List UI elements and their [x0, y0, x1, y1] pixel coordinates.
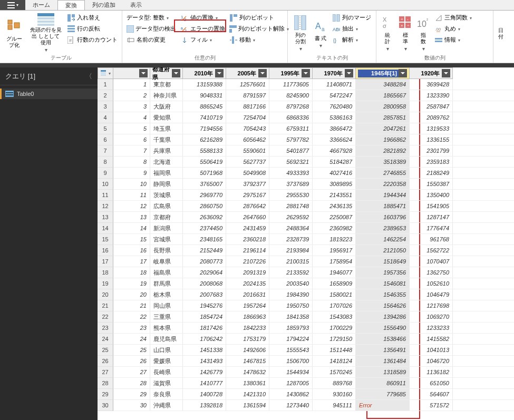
- move-button[interactable]: 移動▾: [228, 35, 286, 45]
- table-cell[interactable]: 28: [113, 378, 150, 388]
- table-row[interactable]: 25山口県14513381492606155554315114481356491…: [113, 345, 514, 356]
- table-cell[interactable]: 1287147: [410, 212, 453, 222]
- table-cell[interactable]: 1336155: [410, 134, 453, 145]
- row-number[interactable]: 9: [98, 168, 113, 179]
- column-filter-button[interactable]: [302, 69, 310, 77]
- table-cell[interactable]: 5049908: [226, 168, 269, 178]
- column-filter-button[interactable]: [442, 69, 450, 77]
- table-cell[interactable]: 福島県: [150, 267, 183, 278]
- row-number[interactable]: 29: [98, 389, 113, 400]
- table-cell[interactable]: 2133592: [269, 267, 313, 278]
- table-cell[interactable]: 5590601: [226, 145, 269, 156]
- table-cell[interactable]: 1350400: [410, 190, 453, 200]
- table-cell[interactable]: 熊本県: [150, 323, 183, 333]
- table-cell[interactable]: 新潟県: [150, 223, 183, 233]
- table-row[interactable]: 5埼玉県719455670542436759311386647220472611…: [113, 123, 514, 134]
- table-row[interactable]: 4愛知県741071972547046868336538616328578512…: [113, 112, 514, 123]
- table-cell[interactable]: 1556490: [356, 323, 410, 333]
- table-cell[interactable]: 1478632: [226, 367, 269, 377]
- table-row[interactable]: 18福島県20290642091319213359219460771957356…: [113, 267, 514, 278]
- table-cell[interactable]: 6868336: [269, 112, 313, 123]
- table-cell[interactable]: 1957264: [226, 300, 269, 311]
- table-cell[interactable]: 7620480: [313, 101, 356, 112]
- unpivot-columns-button[interactable]: 列のピボット解除▾: [228, 24, 286, 34]
- table-cell[interactable]: 1794224: [269, 334, 313, 344]
- table-cell[interactable]: 三重県: [150, 311, 183, 322]
- table-cell[interactable]: 2328739: [269, 234, 313, 245]
- table-cell[interactable]: 11773605: [269, 79, 313, 90]
- table-cell[interactable]: 1070407: [410, 256, 453, 267]
- row-number[interactable]: 22: [98, 311, 113, 323]
- table-cell[interactable]: 2436135: [313, 201, 356, 211]
- table-cell[interactable]: 2975167: [226, 190, 269, 200]
- row-number[interactable]: 3: [98, 101, 113, 112]
- table-cell[interactable]: 564607: [410, 389, 453, 399]
- table-cell[interactable]: 2360218: [226, 234, 269, 245]
- table-cell[interactable]: 沖縄県: [150, 400, 183, 411]
- table-row[interactable]: 11茨城県29697702975167295553021435511944344…: [113, 190, 514, 201]
- table-cell[interactable]: 山口県: [150, 345, 183, 355]
- table-cell[interactable]: 2969770: [183, 190, 226, 200]
- table-cell[interactable]: 5588133: [183, 145, 226, 156]
- table-cell[interactable]: 1866963: [226, 311, 269, 322]
- table-cell[interactable]: 1842233: [226, 323, 269, 333]
- table-cell[interactable]: 1546081: [356, 278, 410, 289]
- table-cell[interactable]: 571572: [410, 400, 453, 411]
- table-cell[interactable]: 5506419: [183, 157, 226, 167]
- table-cell[interactable]: 6759311: [269, 123, 313, 134]
- row-number[interactable]: 17: [98, 256, 113, 267]
- table-cell[interactable]: 5401877: [269, 145, 313, 156]
- tab-view[interactable]: 表示: [123, 0, 149, 10]
- table-cell[interactable]: 3699428: [410, 79, 453, 90]
- table-cell[interactable]: 2955530: [269, 190, 313, 200]
- table-cell[interactable]: 群馬県: [150, 278, 183, 289]
- data-type-button[interactable]: データ型: 整数▾: [125, 13, 177, 23]
- table-cell[interactable]: 12: [113, 201, 150, 211]
- table-cell[interactable]: 13: [113, 212, 150, 222]
- table-cell[interactable]: 30: [113, 400, 150, 411]
- transpose-button[interactable]: 入れ替え: [66, 13, 119, 23]
- table-cell[interactable]: 13159388: [183, 79, 226, 90]
- table-cell[interactable]: 1362750: [410, 267, 453, 278]
- table-cell[interactable]: 1729150: [313, 334, 356, 344]
- table-cell[interactable]: 岡山県: [150, 300, 183, 311]
- table-cell[interactable]: 3737689: [269, 179, 313, 189]
- table-cell[interactable]: 945111: [313, 400, 356, 411]
- table-cell[interactable]: 千葉県: [150, 134, 183, 145]
- table-cell[interactable]: 1841358: [269, 311, 313, 322]
- table-cell[interactable]: 21: [113, 300, 150, 311]
- table-cell[interactable]: 1394286: [356, 311, 410, 322]
- table-cell[interactable]: 長崎県: [150, 367, 183, 377]
- table-cell[interactable]: 1580021: [313, 289, 356, 300]
- column-filter-button[interactable]: [345, 69, 353, 77]
- column-header[interactable]: 1920年: [410, 67, 453, 79]
- table-cell[interactable]: 1706242: [183, 334, 226, 344]
- table-cell[interactable]: 1418124: [313, 356, 356, 366]
- table-cell[interactable]: 27: [113, 367, 150, 377]
- table-cell[interactable]: 2636092: [183, 212, 226, 222]
- table-cell[interactable]: 1859793: [269, 323, 313, 333]
- table-cell[interactable]: 栃木県: [150, 289, 183, 300]
- column-filter-button[interactable]: [172, 69, 180, 77]
- table-cell[interactable]: 2008068: [183, 278, 226, 289]
- row-number[interactable]: 5: [98, 123, 113, 134]
- table-cell[interactable]: 1041013: [410, 345, 453, 355]
- table-cell[interactable]: 1707026: [313, 300, 356, 311]
- table-cell[interactable]: 14: [113, 223, 150, 233]
- table-cell[interactable]: 8: [113, 157, 150, 167]
- table-cell[interactable]: 1136182: [410, 367, 453, 377]
- row-number[interactable]: 12: [98, 201, 113, 212]
- table-cell[interactable]: 兵庫県: [150, 145, 183, 156]
- table-cell[interactable]: 1957356: [356, 267, 410, 278]
- split-column-button[interactable]: 列の 分割▾: [291, 13, 310, 54]
- table-cell[interactable]: 1946077: [313, 267, 356, 278]
- table-cell[interactable]: 1966862: [356, 134, 410, 145]
- table-cell[interactable]: 茨城県: [150, 190, 183, 200]
- table-cell[interactable]: 8817166: [226, 101, 269, 112]
- row-number[interactable]: 19: [98, 278, 113, 289]
- table-cell[interactable]: 860911: [356, 378, 410, 388]
- table-cell[interactable]: 1451338: [183, 345, 226, 355]
- table-cell[interactable]: 2196114: [226, 245, 269, 256]
- table-cell[interactable]: 779685: [356, 389, 410, 399]
- column-header[interactable]: 1995年: [269, 67, 313, 79]
